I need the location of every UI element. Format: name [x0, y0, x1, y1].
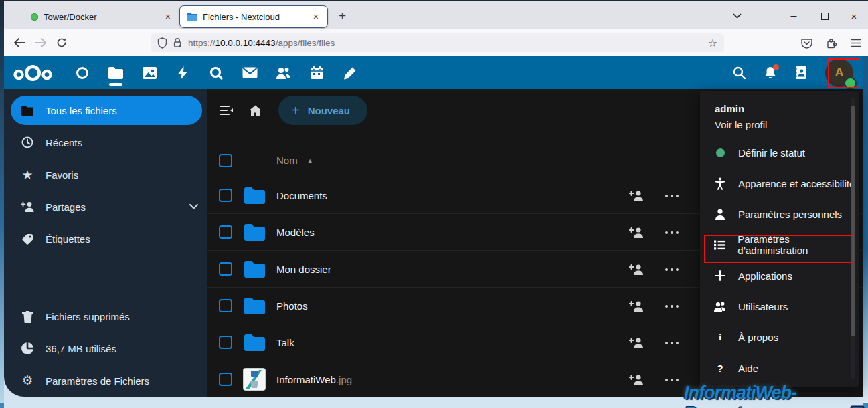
- menu-scrollbar-thumb[interactable]: [851, 106, 855, 336]
- new-tab-button[interactable]: +: [339, 9, 346, 23]
- search-icon[interactable]: [732, 66, 746, 80]
- tag-icon: [20, 233, 35, 245]
- folder-icon: [243, 258, 266, 280]
- view-profile-link[interactable]: Voir le profil: [715, 117, 844, 133]
- info-icon: i: [713, 332, 727, 343]
- nextcloud-logo-icon[interactable]: [12, 63, 54, 83]
- more-actions-icon[interactable]: [665, 379, 679, 381]
- row-checkbox[interactable]: [219, 262, 232, 276]
- plus-icon: [713, 270, 727, 281]
- chevron-down-icon[interactable]: [189, 204, 198, 209]
- collapse-sidebar-icon[interactable]: [213, 105, 241, 116]
- tab-tower-docker[interactable]: Tower/Docker ×: [24, 5, 179, 28]
- lock-icon[interactable]: [173, 37, 183, 49]
- maximize-icon: [821, 13, 829, 20]
- blue-folder-icon: [187, 12, 197, 21]
- calendar-icon[interactable]: [300, 56, 333, 89]
- search-app-icon[interactable]: [199, 56, 233, 89]
- bookmark-star-icon[interactable]: ☆: [708, 37, 717, 49]
- accessibility-icon: [713, 177, 727, 190]
- file-name[interactable]: Photos: [276, 300, 308, 312]
- notes-icon[interactable]: [333, 56, 367, 89]
- file-name[interactable]: Mon dossier: [276, 264, 331, 275]
- menu-item-appearance[interactable]: Apparence et accessibilité: [700, 168, 859, 199]
- file-name[interactable]: InformatiWeb.jpg: [276, 374, 352, 385]
- sort-ascending-icon: ▲: [307, 157, 313, 164]
- quota-icon: [20, 342, 35, 355]
- folder-icon: [243, 184, 266, 207]
- url-bar[interactable]: https://10.0.0.10:4443/apps/files/files …: [151, 33, 724, 52]
- sidebar-item-all-files[interactable]: Tous les fichiers: [11, 96, 202, 125]
- shield-icon[interactable]: [157, 37, 167, 49]
- more-actions-icon[interactable]: [665, 305, 679, 308]
- window-minimize-button[interactable]: –: [779, 1, 808, 31]
- sidebar-item-tags[interactable]: Étiquettes: [4, 223, 207, 255]
- dashboard-icon[interactable]: [66, 56, 99, 89]
- desktop-edge-right: [863, 56, 868, 408]
- sidebar-item-shares[interactable]: Partages: [4, 191, 207, 223]
- back-icon[interactable]: [13, 38, 25, 47]
- row-checkbox[interactable]: [219, 299, 232, 312]
- more-actions-icon[interactable]: [665, 195, 679, 197]
- column-name-header[interactable]: Nom ▲: [276, 155, 313, 166]
- share-icon[interactable]: [629, 189, 644, 202]
- more-actions-icon[interactable]: [665, 268, 679, 271]
- sidebar-footer: Fichiers supprimés 36,7 MB utilisés ⚙ Pa…: [4, 300, 207, 397]
- new-button-label: Nouveau: [308, 105, 350, 116]
- tab-close-icon[interactable]: ×: [311, 11, 321, 22]
- sidebar-item-recent[interactable]: Récents: [4, 126, 207, 159]
- folder-icon: [243, 331, 266, 354]
- folder-icon: [243, 221, 266, 243]
- sidebar-item-favorites[interactable]: ★ Favoris: [4, 159, 207, 191]
- share-icon[interactable]: [629, 373, 644, 386]
- new-button[interactable]: + Nouveau: [278, 96, 367, 125]
- menu-item-users[interactable]: Utilisateurs: [700, 291, 859, 322]
- files-sidebar: Tous les fichiers Récents ★ Favoris: [4, 89, 207, 397]
- extensions-icon[interactable]: [826, 37, 837, 49]
- image-thumbnail: [243, 368, 266, 391]
- row-checkbox[interactable]: [219, 189, 232, 202]
- sidebar-item-deleted-files[interactable]: Fichiers supprimés: [4, 300, 207, 332]
- file-name[interactable]: Modèles: [276, 227, 315, 238]
- notification-dot: [773, 64, 779, 70]
- forward-icon[interactable]: [35, 38, 47, 47]
- menu-item-personal-settings[interactable]: Paramètres personnels: [700, 199, 859, 229]
- tab-list-chevron-icon[interactable]: [723, 1, 750, 31]
- file-name[interactable]: Talk: [276, 337, 294, 348]
- trash-icon: [20, 310, 35, 323]
- row-checkbox[interactable]: [219, 373, 232, 386]
- menu-icon[interactable]: [851, 39, 861, 47]
- more-actions-icon[interactable]: [665, 231, 679, 234]
- bell-icon[interactable]: [764, 66, 777, 80]
- share-icon[interactable]: [629, 226, 644, 239]
- quota-label: 36,7 MB utilisés: [46, 343, 198, 354]
- file-name[interactable]: Documents: [276, 190, 327, 201]
- window-close-button[interactable]: ×: [839, 1, 868, 31]
- tab-fichiers-nextcloud[interactable]: Fichiers - Nextcloud ×: [179, 5, 328, 28]
- row-actions: [629, 251, 679, 288]
- share-icon[interactable]: [629, 336, 644, 349]
- select-all-checkbox[interactable]: [219, 154, 232, 167]
- home-icon[interactable]: [241, 105, 269, 116]
- menu-item-about[interactable]: i À propos: [700, 322, 859, 352]
- menu-item-applications[interactable]: Applications: [700, 260, 859, 291]
- contacts-book-icon[interactable]: [794, 66, 808, 80]
- more-actions-icon[interactable]: [665, 342, 679, 344]
- contacts-icon[interactable]: [266, 56, 300, 89]
- share-icon[interactable]: [629, 300, 644, 312]
- tab-close-icon[interactable]: ×: [163, 11, 173, 22]
- files-icon[interactable]: [99, 56, 133, 89]
- menu-item-help[interactable]: ? Aide: [700, 352, 859, 383]
- pocket-icon[interactable]: [801, 37, 812, 49]
- menu-item-set-status[interactable]: Définir le statut: [700, 137, 859, 168]
- window-maximize-button[interactable]: [810, 1, 839, 31]
- sidebar-item-files-settings[interactable]: ⚙ Paramètres de Fichiers: [4, 365, 207, 397]
- photos-icon[interactable]: [133, 56, 166, 89]
- row-checkbox[interactable]: [219, 225, 232, 239]
- row-checkbox[interactable]: [219, 336, 232, 349]
- mail-icon[interactable]: [233, 56, 266, 89]
- share-icon[interactable]: [629, 263, 644, 276]
- activity-icon[interactable]: [166, 56, 199, 89]
- folder-icon: [243, 294, 266, 317]
- reload-icon[interactable]: [56, 37, 67, 48]
